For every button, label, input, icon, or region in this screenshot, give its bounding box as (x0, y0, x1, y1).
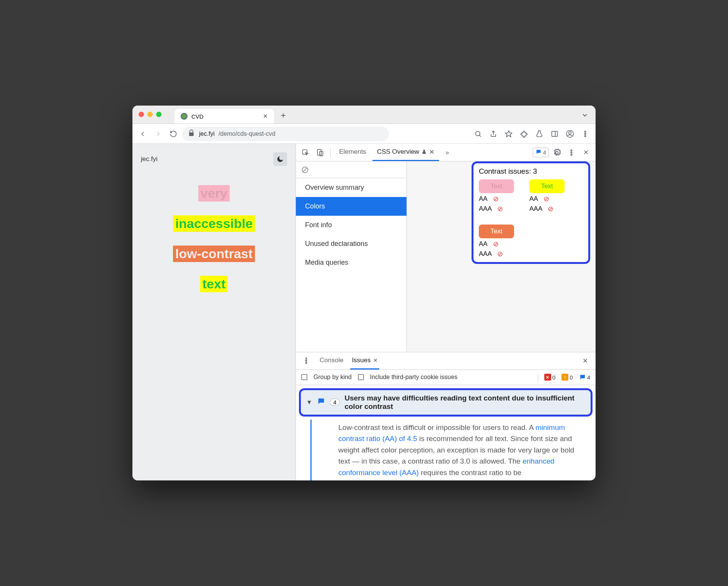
inspect-icon[interactable] (299, 146, 312, 159)
tab-console[interactable]: Console (318, 352, 345, 370)
issues-indicator[interactable]: 4 (533, 148, 549, 157)
url-path: /demo/cds-quest-cvd (219, 130, 276, 137)
clear-overview-icon[interactable] (296, 161, 406, 178)
device-toggle-icon[interactable] (313, 146, 326, 159)
address-bar[interactable]: jec.fyi/demo/cds-quest-cvd (182, 127, 389, 141)
close-panel-icon[interactable]: ✕ (429, 148, 434, 156)
close-devtools-icon[interactable]: ✕ (579, 146, 593, 159)
tab-css-overview[interactable]: CSS Overview ✕ (372, 144, 439, 161)
devtools-body: Overview summary Colors Font info Unused… (296, 161, 596, 352)
maximize-window[interactable] (156, 112, 162, 117)
devtools-panel: Elements CSS Overview ✕ » 4 ✕ (295, 144, 596, 480)
minimize-window[interactable] (147, 112, 153, 117)
fail-icon: ⊘ (548, 205, 553, 213)
svg-line-17 (303, 168, 307, 172)
svg-point-7 (584, 131, 586, 132)
settings-icon[interactable] (550, 146, 563, 159)
fail-icon: ⊘ (544, 195, 549, 203)
share-icon[interactable] (487, 127, 500, 140)
sidebar-item-overview[interactable]: Overview summary (296, 178, 406, 197)
checkbox-thirdparty[interactable] (358, 374, 364, 380)
extensions-icon[interactable] (517, 127, 530, 140)
contrast-swatch-2[interactable]: Text AA⊘ AAA⊘ (529, 179, 565, 213)
content-area: jec.fyi very inaccessible low-contrast t… (132, 144, 596, 480)
contrast-title: Contrast issues: 3 (479, 167, 583, 176)
sidepanel-icon[interactable] (548, 127, 561, 140)
tab-elements[interactable]: Elements (335, 144, 371, 161)
svg-point-6 (569, 132, 571, 134)
devtools-tabs: Elements CSS Overview ✕ » 4 ✕ (296, 144, 596, 161)
svg-rect-11 (317, 149, 321, 155)
url-host: jec.fyi (199, 130, 215, 137)
tab-title: CVD (191, 113, 204, 120)
svg-point-19 (305, 360, 307, 361)
fail-icon: ⊘ (497, 250, 503, 258)
css-overview-main: Contrast issues: 3 Text AA⊘ AAA⊘ Text AA… (407, 161, 596, 352)
titlebar: CVD ✕ ＋ (132, 106, 596, 124)
browser-window: CVD ✕ ＋ jec.fyi/demo/cds-quest-cvd (132, 106, 596, 480)
new-tab-button[interactable]: ＋ (277, 109, 289, 121)
svg-point-15 (571, 154, 572, 155)
window-controls (139, 112, 162, 117)
labs-icon[interactable] (533, 127, 546, 140)
tab-issues[interactable]: Issues✕ (350, 352, 379, 370)
close-drawer-icon[interactable]: ✕ (579, 354, 592, 367)
css-overview-sidebar: Overview summary Colors Font info Unused… (296, 161, 407, 352)
sample-text-2: inaccessible (173, 215, 255, 232)
tabs-overflow-icon[interactable] (581, 111, 589, 120)
checkbox-group[interactable] (301, 374, 307, 380)
drawer-tabs: Console Issues✕ ✕ (296, 352, 596, 370)
devtools-drawer: Console Issues✕ ✕ Group by kind Include … (296, 352, 596, 480)
svg-point-13 (571, 150, 572, 151)
zoom-icon[interactable] (472, 127, 485, 140)
contrast-swatch-3[interactable]: Text AA⊘ AAA⊘ (479, 225, 514, 258)
kebab-icon[interactable] (565, 146, 578, 159)
issue-description: Low-contrast text is difficult or imposs… (310, 420, 596, 480)
fail-icon: ⊘ (497, 205, 503, 213)
site-title: jec.fyi (141, 155, 157, 163)
error-count[interactable]: ✕0 (544, 374, 555, 381)
svg-point-0 (475, 131, 480, 136)
bookmark-icon[interactable] (502, 127, 515, 140)
menu-icon[interactable] (579, 127, 592, 140)
sample-text-4: text (200, 276, 228, 292)
sidebar-item-font[interactable]: Font info (296, 216, 406, 234)
fail-icon: ⊘ (493, 195, 499, 203)
drawer-kebab-icon[interactable] (300, 354, 313, 367)
toolbar: jec.fyi/demo/cds-quest-cvd (132, 124, 596, 144)
theme-toggle[interactable] (273, 152, 287, 166)
chat-icon (535, 149, 542, 156)
svg-point-20 (305, 362, 307, 363)
back-button[interactable] (136, 127, 149, 140)
svg-marker-2 (506, 130, 512, 137)
chat-icon (317, 397, 325, 408)
close-tab-icon[interactable]: ✕ (373, 357, 378, 363)
drawer-options: Group by kind Include third-party cookie… (296, 370, 596, 385)
fail-icon: ⊘ (493, 240, 499, 248)
issue-count[interactable]: 4 (579, 374, 590, 381)
contrast-issues-box: Contrast issues: 3 Text AA⊘ AAA⊘ Text AA… (472, 161, 590, 264)
reload-button[interactable] (167, 127, 180, 140)
browser-tab[interactable]: CVD ✕ (175, 109, 274, 124)
close-window[interactable] (139, 112, 144, 117)
sidebar-item-unused[interactable]: Unused declarations (296, 234, 406, 253)
sidebar-item-media[interactable]: Media queries (296, 253, 406, 272)
issue-count-badge: 4 (330, 399, 340, 406)
sample-text-list: very inaccessible low-contrast text (141, 185, 287, 292)
svg-point-8 (584, 133, 586, 134)
svg-point-9 (584, 135, 586, 137)
issue-header[interactable]: ▼ 4 Users may have difficulties reading … (299, 388, 593, 417)
lock-icon (188, 129, 195, 138)
forward-button[interactable] (152, 127, 165, 140)
webpage-viewport: jec.fyi very inaccessible low-contrast t… (132, 144, 295, 480)
svg-line-1 (479, 135, 481, 137)
profile-icon[interactable] (563, 127, 576, 140)
contrast-swatch-1[interactable]: Text AA⊘ AAA⊘ (479, 179, 514, 213)
sample-text-3: low-contrast (173, 246, 255, 262)
sidebar-item-colors[interactable]: Colors (296, 197, 406, 216)
more-tabs-icon[interactable]: » (441, 146, 454, 159)
warning-count[interactable]: !0 (562, 374, 573, 381)
close-tab-icon[interactable]: ✕ (263, 113, 268, 120)
expand-icon[interactable]: ▼ (306, 399, 312, 406)
issue-title: Users may have difficulties reading text… (344, 394, 585, 411)
